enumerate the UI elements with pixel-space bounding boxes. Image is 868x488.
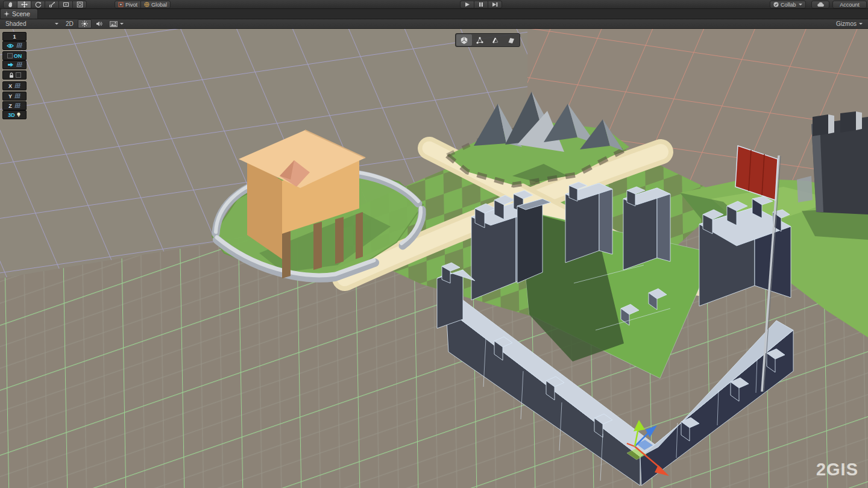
overlay-visibility-button[interactable] <box>2 41 27 50</box>
overlay-axis-y-button[interactable]: Y <box>2 92 27 101</box>
face-mode-button[interactable] <box>503 34 519 46</box>
account-label: Account <box>840 1 860 8</box>
object-mode-button[interactable] <box>456 34 472 46</box>
hand-icon <box>7 1 14 8</box>
shading-mode-dropdown[interactable]: Shaded <box>2 20 61 28</box>
edge-mode-icon <box>491 36 500 45</box>
vertex-mode-icon <box>476 36 484 45</box>
grid-badge-icon <box>13 83 20 89</box>
grid-badge-icon <box>15 62 22 68</box>
transform-tool-button[interactable] <box>72 1 87 8</box>
face-mode-icon <box>507 36 515 45</box>
overlay-on-label: ON <box>14 53 22 59</box>
pivot-global-group: Pivot Global <box>115 1 171 8</box>
overlay-mode-3d-button[interactable]: 3D <box>2 110 27 119</box>
collab-group: Collab <box>770 1 806 8</box>
scene-audio-toggle[interactable] <box>93 20 105 28</box>
axis-y-label: Y <box>8 93 12 99</box>
scale-icon <box>49 1 55 8</box>
rotate-icon <box>35 1 42 8</box>
shading-mode-label: Shaded <box>5 20 26 27</box>
step-button[interactable] <box>488 1 502 8</box>
mode-2d-label: 2D <box>66 20 74 27</box>
collab-check-icon <box>773 2 779 7</box>
hand-tool-button[interactable] <box>3 1 17 8</box>
step-icon <box>492 2 498 7</box>
play-button[interactable] <box>460 1 474 8</box>
transform-tool-group <box>3 1 87 8</box>
grid-badge-icon <box>13 103 20 109</box>
grid-badge-icon <box>15 43 22 49</box>
playback-group <box>460 1 502 8</box>
edit-mode-toolbar <box>455 33 520 47</box>
globe-icon <box>144 2 149 7</box>
global-label: Global <box>151 1 167 8</box>
pivot-label: Pivot <box>125 1 137 8</box>
scene-effects-toggle[interactable] <box>107 20 127 28</box>
tab-bar: Scene <box>0 9 868 19</box>
overlay-layer-count-button[interactable]: 1 <box>2 32 27 41</box>
global-toggle-button[interactable]: Global <box>140 1 171 8</box>
gizmos-caret-icon <box>859 23 863 25</box>
cloud-icon <box>817 2 825 7</box>
rotate-tool-button[interactable] <box>31 1 45 8</box>
overlay-layer-count-label: 1 <box>13 34 16 40</box>
scene-control-bar: Shaded 2D Gizmos <box>0 19 868 29</box>
vertex-mode-button[interactable] <box>472 34 488 46</box>
scene-tab-label: Scene <box>12 10 30 17</box>
watermark: 2GIS <box>816 460 858 480</box>
eye-icon <box>7 43 14 48</box>
lock-icon <box>8 72 14 78</box>
arrow-right-icon <box>7 62 14 67</box>
tab-scene[interactable]: Scene <box>0 8 38 19</box>
axis-z-label: Z <box>8 103 12 109</box>
account-button[interactable]: Account <box>832 1 867 8</box>
scene-tab-icon <box>4 11 10 17</box>
overlay-lock-button[interactable] <box>2 70 27 80</box>
scene-canvas[interactable] <box>0 29 868 488</box>
scale-tool-button[interactable] <box>45 1 59 8</box>
checkbox-icon <box>7 53 13 58</box>
collab-button[interactable]: Collab <box>770 1 806 8</box>
pivot-icon <box>118 2 124 7</box>
overlay-move-snap-button[interactable] <box>2 60 27 69</box>
scene-viewport[interactable]: 1 ON X Y Z 3D <box>0 29 868 488</box>
pivot-toggle-button[interactable]: Pivot <box>115 1 141 8</box>
edge-mode-button[interactable] <box>488 34 503 46</box>
effects-caret-icon <box>120 23 124 25</box>
pause-button[interactable] <box>474 1 488 8</box>
grid-badge-icon <box>13 93 20 99</box>
gizmos-dropdown[interactable]: Gizmos <box>833 20 866 28</box>
rect-icon <box>63 1 69 8</box>
effects-image-icon <box>110 21 118 27</box>
cloud-button[interactable] <box>811 1 829 8</box>
play-icon <box>464 2 470 7</box>
pause-icon <box>479 2 483 7</box>
bulb-icon <box>16 112 21 117</box>
mode-3d-label: 3D <box>8 112 15 118</box>
account-group: Account <box>832 1 867 8</box>
axis-x-label: X <box>8 83 12 89</box>
scene-lighting-toggle[interactable] <box>78 19 92 28</box>
toggle-2d-button[interactable]: 2D <box>63 20 77 28</box>
lock-state-box <box>16 72 21 78</box>
cloud-group <box>811 1 829 8</box>
shading-caret-icon <box>55 23 58 25</box>
audio-icon <box>96 20 102 27</box>
rect-tool-button[interactable] <box>58 1 73 8</box>
move-tool-button[interactable] <box>17 1 31 8</box>
collab-label: Collab <box>781 1 796 8</box>
collab-caret-icon <box>799 4 802 5</box>
main-toolbar: Pivot Global Collab Account <box>0 0 868 9</box>
overlay-axis-z-button[interactable]: Z <box>2 101 27 110</box>
overlay-on-toggle-button[interactable]: ON <box>2 51 27 60</box>
gizmos-label: Gizmos <box>836 20 857 27</box>
object-mode-icon <box>460 36 468 45</box>
move-icon <box>21 1 28 8</box>
sun-icon <box>81 20 88 27</box>
transform-icon <box>77 1 83 8</box>
overlay-axis-x-button[interactable]: X <box>2 81 27 90</box>
